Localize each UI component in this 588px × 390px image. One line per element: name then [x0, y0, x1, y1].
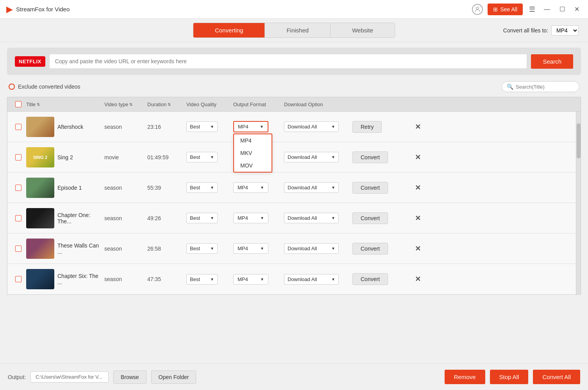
download-select-5[interactable]: Download All▼	[284, 243, 339, 254]
svg-point-0	[476, 7, 479, 9]
filter-search-icon: 🔍	[507, 84, 513, 90]
header-download-option: Download Option	[284, 102, 352, 107]
header-title: Title ⇅	[26, 102, 104, 107]
duration-2: 01:49:59	[147, 154, 186, 160]
title-text-6: Chapter Six: The ...	[57, 273, 104, 285]
video-type-4: season	[104, 215, 147, 221]
search-button[interactable]: Search	[531, 54, 573, 69]
row-checkbox-1[interactable]	[15, 124, 21, 130]
remove-button-4[interactable]: ✕	[415, 214, 421, 222]
thumbnail-1	[26, 117, 54, 137]
user-avatar[interactable]	[472, 4, 483, 15]
row-checkbox-2[interactable]	[15, 154, 21, 160]
quality-select-2[interactable]: Best▼	[186, 152, 218, 162]
download-select-4[interactable]: Download All▼	[284, 213, 339, 223]
video-type-2: movie	[104, 154, 147, 160]
table-row: Episode 1 season 55:39 Best▼ MP4▼ Downlo…	[7, 173, 581, 203]
exclude-converted-label: Exclude converted videos	[18, 84, 80, 90]
title-text-2: Sing 2	[57, 154, 73, 160]
maximize-button[interactable]: ☐	[557, 5, 567, 14]
remove-button-5[interactable]: ✕	[415, 245, 421, 253]
thumbnail-2: SING 2	[26, 147, 54, 167]
title-search-input[interactable]	[516, 84, 574, 90]
table-row: Chapter One: The... season 49:26 Best▼ M…	[7, 203, 581, 233]
scrollbar[interactable]	[576, 112, 581, 294]
tab-converting[interactable]: Converting	[193, 23, 265, 37]
format-select-1[interactable]: MP4▼	[233, 121, 268, 132]
convert-button-3[interactable]: Convert	[352, 182, 388, 194]
app-title: StreamFox for Video	[16, 6, 472, 12]
output-label: Output:	[8, 374, 26, 380]
thumbnail-6	[26, 269, 54, 289]
download-select-6[interactable]: Download All▼	[284, 274, 339, 285]
close-button[interactable]: ✕	[572, 5, 582, 14]
quality-select-3[interactable]: Best▼	[186, 182, 218, 193]
download-select-1[interactable]: Download All▼	[284, 121, 339, 132]
header-output-format: Output Format	[233, 102, 284, 107]
row-checkbox-3[interactable]	[15, 185, 21, 191]
grid-icon: ⊞	[493, 6, 498, 12]
exclude-converted-toggle[interactable]: Exclude converted videos	[9, 84, 80, 90]
tab-website[interactable]: Website	[330, 23, 395, 37]
title-cell-1: Aftershock	[26, 117, 104, 137]
search-input[interactable]	[49, 54, 527, 69]
remove-button-6[interactable]: ✕	[415, 275, 421, 283]
row-checkbox-5[interactable]	[15, 246, 21, 252]
format-select-5[interactable]: MP4▼	[233, 243, 268, 254]
format-option-mp4[interactable]: MP4	[234, 134, 272, 147]
quality-select-6[interactable]: Best▼	[186, 274, 218, 285]
remove-button[interactable]: Remove	[445, 370, 485, 384]
stop-all-button[interactable]: Stop All	[490, 370, 529, 384]
see-all-button[interactable]: ⊞ See All	[488, 4, 523, 15]
quality-select-1[interactable]: Best▼	[186, 121, 218, 132]
convert-all-button[interactable]: Convert All	[533, 370, 580, 384]
browse-button[interactable]: Browse	[113, 370, 147, 384]
tab-finished[interactable]: Finished	[265, 23, 330, 37]
convert-all-format-select[interactable]: MP4 MKV MOV	[551, 25, 579, 36]
title-cell-4: Chapter One: The...	[26, 208, 104, 228]
retry-button-1[interactable]: Retry	[352, 121, 382, 133]
convert-button-4[interactable]: Convert	[352, 212, 388, 224]
format-select-3[interactable]: MP4▼	[233, 182, 268, 193]
quality-select-5[interactable]: Best▼	[186, 243, 218, 254]
header-video-type: Video type ⇅	[104, 102, 147, 107]
app-logo: ▶	[6, 4, 13, 14]
format-option-mkv[interactable]: MKV	[234, 147, 272, 159]
thumbnail-5	[26, 239, 54, 259]
convert-button-2[interactable]: Convert	[352, 151, 388, 163]
open-folder-button[interactable]: Open Folder	[151, 370, 197, 384]
table-row: Chapter Six: The ... season 47:35 Best▼ …	[7, 264, 581, 294]
minimize-button[interactable]: —	[542, 5, 552, 14]
duration-6: 47:35	[147, 276, 186, 282]
header-duration: Duration ⇅	[147, 102, 186, 107]
video-type-6: season	[104, 276, 147, 282]
quality-select-4[interactable]: Best▼	[186, 213, 218, 223]
table-row: These Walls Can ... season 26:58 Best▼ M…	[7, 233, 581, 264]
remove-button-1[interactable]: ✕	[415, 123, 421, 131]
header-video-quality: Video Quality	[186, 102, 233, 107]
table-row: Aftershock season 23:16 Best▼ MP4▼ MP4 M…	[7, 112, 581, 142]
format-select-6[interactable]: MP4▼	[233, 274, 268, 285]
title-cell-6: Chapter Six: The ...	[26, 269, 104, 289]
format-select-4[interactable]: MP4▼	[233, 213, 268, 223]
download-select-3[interactable]: Download All▼	[284, 182, 339, 193]
remove-button-2[interactable]: ✕	[415, 153, 421, 161]
convert-button-5[interactable]: Convert	[352, 243, 388, 255]
row-checkbox-6[interactable]	[15, 276, 21, 282]
convert-all-files-label: Convert all files to:	[503, 27, 548, 34]
title-cell-3: Episode 1	[26, 178, 104, 198]
scrollbar-thumb[interactable]	[577, 123, 581, 158]
format-option-mov[interactable]: MOV	[234, 159, 272, 172]
download-select-2[interactable]: Download All▼	[284, 152, 339, 162]
menu-button[interactable]: ☰	[527, 4, 537, 14]
header-select[interactable]	[11, 101, 26, 107]
row-checkbox-4[interactable]	[15, 215, 21, 221]
title-text-1: Aftershock	[57, 124, 83, 130]
duration-3: 55:39	[147, 185, 186, 191]
thumbnail-3	[26, 178, 54, 198]
remove-button-3[interactable]: ✕	[415, 184, 421, 192]
convert-button-6[interactable]: Convert	[352, 273, 388, 285]
video-type-3: season	[104, 185, 147, 191]
video-type-1: season	[104, 124, 147, 130]
duration-1: 23:16	[147, 124, 186, 130]
